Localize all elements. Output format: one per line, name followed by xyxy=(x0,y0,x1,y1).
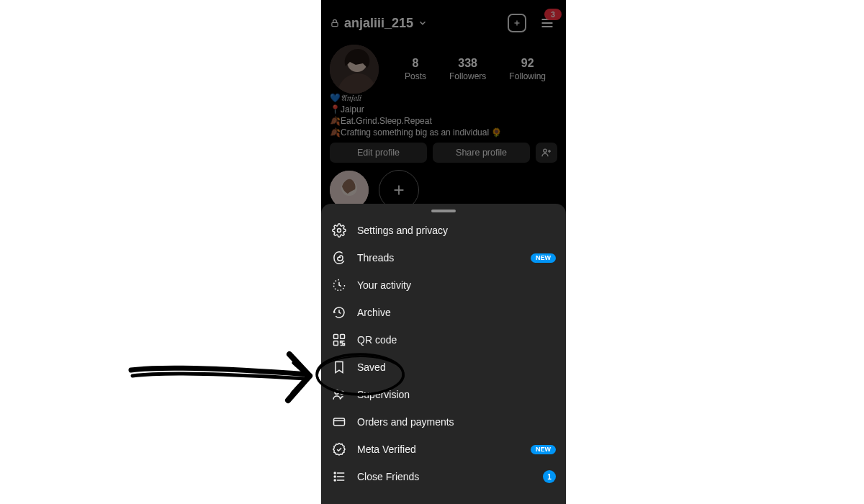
new-badge: NEW xyxy=(531,445,556,454)
leaf-icon: 🍂 xyxy=(330,116,341,126)
menu-item-archive[interactable]: Archive xyxy=(321,299,566,326)
bookmark-icon xyxy=(331,359,347,375)
create-post-button[interactable] xyxy=(507,13,527,33)
menu-item-orders[interactable]: Orders and payments xyxy=(321,408,566,436)
lock-icon xyxy=(330,18,340,28)
archive-icon xyxy=(331,305,347,320)
menu-list: Settings and privacy Threads NEW Your ac… xyxy=(321,215,566,492)
menu-bottom-sheet: Settings and privacy Threads NEW Your ac… xyxy=(321,204,566,504)
menu-item-supervision[interactable]: Supervision xyxy=(321,381,566,408)
heart-icon: 💙 xyxy=(330,93,341,103)
menu-button[interactable]: 3 xyxy=(537,13,557,33)
share-profile-button[interactable]: Share profile xyxy=(433,143,530,163)
supervision-icon xyxy=(331,387,347,402)
menu-item-activity[interactable]: Your activity xyxy=(321,271,566,299)
menu-badge: 3 xyxy=(544,9,562,20)
svg-rect-18 xyxy=(334,341,338,346)
svg-point-25 xyxy=(334,476,336,477)
canvas: anjaliii_215 3 xyxy=(0,0,864,504)
svg-point-19 xyxy=(335,390,338,394)
svg-rect-21 xyxy=(334,418,345,426)
activity-icon xyxy=(331,277,347,293)
profile-bio: 💙𝔄𝔫𝔧𝔞𝔩𝔦 📍Jaipur 🍂Eat.Grind.Sleep.Repeat … xyxy=(330,92,557,138)
leaf-icon: 🍂 xyxy=(330,127,341,138)
pin-icon: 📍 xyxy=(330,104,341,114)
edit-profile-button[interactable]: Edit profile xyxy=(330,143,427,163)
gear-icon xyxy=(331,222,347,238)
list-icon xyxy=(331,469,347,485)
username-text: anjaliii_215 xyxy=(344,16,413,31)
menu-item-settings[interactable]: Settings and privacy xyxy=(321,217,566,244)
verified-icon xyxy=(331,441,347,457)
svg-rect-16 xyxy=(334,335,338,339)
svg-point-15 xyxy=(338,229,341,233)
profile-stats-row: 8 Posts 338 Followers 92 Following xyxy=(321,42,566,96)
sheet-grabber[interactable] xyxy=(431,210,456,212)
stat-following[interactable]: 92 Following xyxy=(509,57,546,81)
stat-followers[interactable]: 338 Followers xyxy=(449,57,486,81)
svg-point-23 xyxy=(334,472,336,474)
menu-item-saved[interactable]: Saved xyxy=(321,354,566,381)
discover-people-button[interactable] xyxy=(536,143,557,163)
annotation-arrow xyxy=(122,338,331,418)
count-badge: 1 xyxy=(543,470,556,483)
menu-item-close-friends[interactable]: Close Friends 1 xyxy=(321,463,566,490)
sunflower-icon: 🌻 xyxy=(491,127,502,138)
profile-action-buttons: Edit profile Share profile xyxy=(330,143,557,163)
profile-avatar[interactable] xyxy=(330,45,379,94)
username-dropdown[interactable]: anjaliii_215 xyxy=(330,16,428,31)
svg-rect-0 xyxy=(332,22,338,26)
qr-icon xyxy=(331,332,347,348)
menu-item-verified[interactable]: Meta Verified NEW xyxy=(321,436,566,463)
svg-point-8 xyxy=(544,149,546,152)
new-badge: NEW xyxy=(531,253,556,263)
svg-point-27 xyxy=(334,480,336,481)
card-icon xyxy=(331,414,347,430)
chevron-down-icon xyxy=(418,18,428,28)
threads-icon xyxy=(331,250,347,266)
svg-point-20 xyxy=(341,391,343,394)
menu-item-threads[interactable]: Threads NEW xyxy=(321,244,566,271)
menu-item-qr[interactable]: QR code xyxy=(321,326,566,354)
phone-viewport: anjaliii_215 3 xyxy=(321,0,566,504)
profile-header: anjaliii_215 3 xyxy=(321,10,566,36)
stat-posts[interactable]: 8 Posts xyxy=(405,57,426,81)
svg-rect-17 xyxy=(341,335,345,339)
